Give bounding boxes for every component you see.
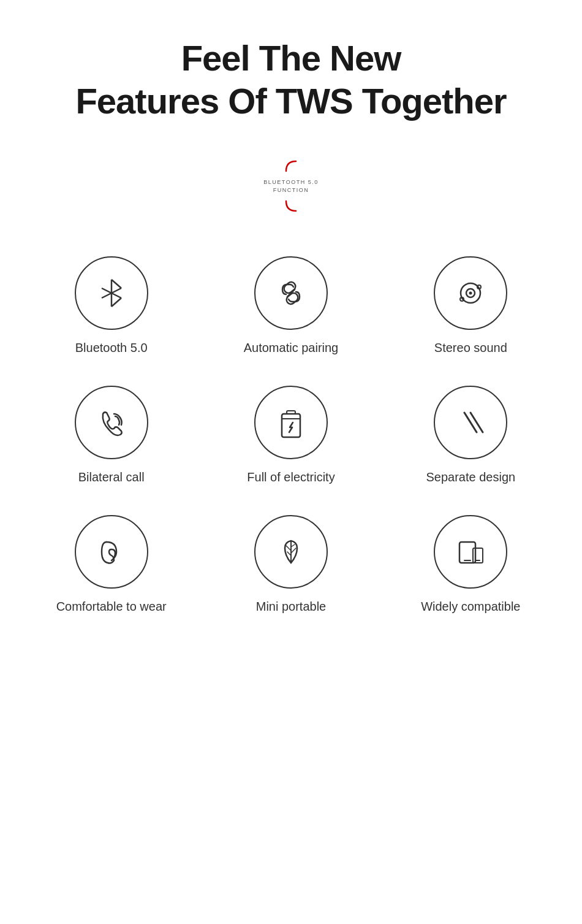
separate-label: Separate design (426, 470, 515, 484)
link-icon (273, 275, 309, 311)
call-label: Bilateral call (78, 470, 145, 484)
battery-icon (273, 404, 309, 441)
features-grid: Bluetooth 5.0 Automatic pairing (28, 256, 554, 614)
pairing-icon-circle (254, 256, 328, 330)
svg-point-10 (469, 292, 472, 295)
svg-line-17 (471, 413, 483, 432)
devices-icon (452, 533, 489, 570)
feature-separate: Separate design (387, 386, 554, 484)
feather-icon (273, 533, 309, 570)
feature-wear: Comfortable to wear (28, 515, 195, 614)
main-title: Feel The New Features Of TWS Together (75, 37, 506, 122)
pairing-label: Automatic pairing (244, 341, 339, 355)
feature-electricity: Full of electricity (207, 386, 374, 484)
feature-portable: Mini portable (207, 515, 374, 614)
arc-top-icon (281, 159, 301, 178)
wear-icon-circle (75, 515, 148, 589)
speaker-icon (452, 275, 489, 311)
svg-line-19 (286, 546, 291, 551)
svg-line-16 (464, 413, 477, 432)
svg-line-1 (111, 280, 121, 288)
svg-line-3 (111, 298, 121, 307)
stereo-label: Stereo sound (434, 341, 507, 355)
bt-label: BLUETOOTH 5.0 FUNCTION (263, 178, 318, 194)
compatible-label: Widely compatible (421, 600, 520, 614)
electricity-icon-circle (254, 386, 328, 459)
bluetooth-label: Bluetooth 5.0 (75, 341, 148, 355)
page-wrapper: Feel The New Features Of TWS Together BL… (0, 0, 582, 663)
arc-bottom-icon (281, 194, 301, 213)
phone-icon (93, 404, 130, 441)
portable-label: Mini portable (256, 600, 327, 614)
svg-rect-14 (287, 411, 295, 414)
feature-call: Bilateral call (28, 386, 195, 484)
bluetooth-icon (93, 275, 130, 311)
stereo-icon-circle (434, 256, 507, 330)
call-icon-circle (75, 386, 148, 459)
svg-line-20 (291, 548, 296, 553)
ear-icon (93, 533, 130, 570)
feature-bluetooth: Bluetooth 5.0 (28, 256, 195, 355)
wear-label: Comfortable to wear (56, 600, 167, 614)
feature-compatible: Widely compatible (387, 515, 554, 614)
separate-icon-circle (434, 386, 507, 459)
feature-stereo: Stereo sound (387, 256, 554, 355)
feature-pairing: Automatic pairing (207, 256, 374, 355)
portable-icon-circle (254, 515, 328, 589)
bluetooth-icon-circle (75, 256, 148, 330)
compatible-icon-circle (434, 515, 507, 589)
bluetooth-badge: BLUETOOTH 5.0 FUNCTION (263, 159, 318, 213)
electricity-label: Full of electricity (247, 470, 334, 484)
separate-icon (452, 404, 489, 441)
